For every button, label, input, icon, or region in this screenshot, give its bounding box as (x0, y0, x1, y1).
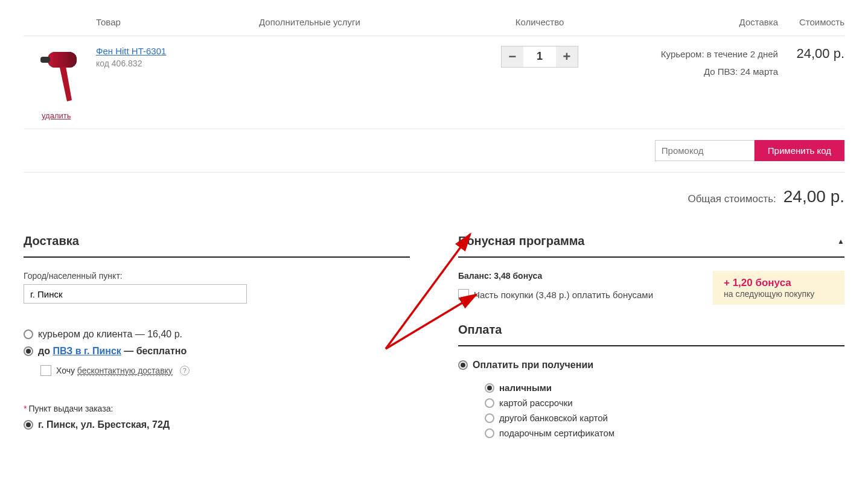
qty-value: 1 (523, 46, 556, 67)
item-price: 24,00 р. (778, 46, 844, 120)
city-input[interactable] (24, 284, 247, 304)
contactless-pre: Хочу (56, 366, 77, 375)
col-header-delivery: Доставка (621, 17, 778, 27)
radio-icon (24, 329, 33, 339)
pickup-point-value: г. Пинск, ул. Брестская, 72Д (38, 419, 170, 430)
delivery-opt-courier[interactable]: курьером до клиента — 16,40 р. (24, 329, 410, 340)
pay-on-receive-option[interactable]: Оплатить при получении (458, 360, 844, 371)
bonus-balance: Баланс: 3,48 бонуса (458, 271, 653, 281)
radio-icon (485, 398, 494, 408)
delivery-info-line1: Курьером: в течение 2 дней (621, 46, 778, 63)
pickup-label: *Пункт выдачи заказа: (24, 404, 410, 413)
radio-icon (485, 383, 494, 393)
remove-item-link[interactable]: удалить (42, 111, 71, 120)
pay-with-bonus-row[interactable]: Часть покупки (3,48 р.) оплатить бонусам… (458, 289, 653, 300)
product-name-link[interactable]: Фен Hitt HT-6301 (96, 46, 166, 56)
product-code: код 406.832 (96, 59, 259, 68)
pay-sub-installment-card[interactable]: картой рассрочки (485, 398, 844, 408)
contactless-link[interactable]: бесконтактную доставку (77, 366, 173, 376)
apply-promo-button[interactable]: Применить код (755, 140, 844, 161)
bonus-section-header[interactable]: Бонусная программа ▲ (458, 234, 844, 258)
pay-sub-label: картой рассрочки (499, 398, 573, 408)
cart-row: удалить Фен Hitt HT-6301 код 406.832 − 1… (24, 36, 844, 129)
opt-pvz-post: — бесплатно (121, 346, 187, 356)
radio-icon (458, 360, 468, 370)
pay-sub-label: подарочным сертификатом (499, 428, 614, 438)
help-icon[interactable]: ? (180, 366, 190, 375)
product-image[interactable] (34, 46, 89, 106)
col-header-qty: Количество (458, 17, 621, 27)
radio-icon (485, 428, 494, 438)
pickup-point-option[interactable]: г. Пинск, ул. Брестская, 72Д (24, 419, 410, 430)
radio-icon (485, 413, 494, 423)
cart-header-row: Товар Дополнительные услуги Количество Д… (24, 12, 844, 36)
delivery-info-line2: До ПВЗ: 24 марта (621, 63, 778, 81)
col-header-product: Товар (96, 17, 259, 27)
qty-minus-button[interactable]: − (502, 46, 523, 67)
bonus-gain-value: + 1,20 бонуса (724, 277, 834, 289)
pay-sub-gift-cert[interactable]: подарочным сертификатом (485, 428, 844, 438)
pay-on-receive-label: Оплатить при получении (473, 360, 593, 371)
svg-rect-1 (48, 52, 77, 68)
pay-sub-other-card[interactable]: другой банковской картой (485, 413, 844, 423)
delivery-section-title: Доставка (24, 234, 410, 258)
pvz-city-link[interactable]: ПВЗ в г. Пинск (53, 346, 121, 356)
opt-pvz-pre: до (38, 346, 53, 356)
pay-sub-label: другой банковской картой (499, 413, 608, 423)
bonus-gain-box: + 1,20 бонуса на следующую покупку (713, 271, 844, 305)
contactless-row[interactable]: Хочу бесконтактную доставку ? (40, 365, 410, 376)
pay-sub-cash[interactable]: наличными (485, 383, 844, 393)
city-label: Город/населенный пункт: (24, 271, 410, 281)
radio-icon (24, 420, 33, 430)
bonus-title: Бонусная программа (458, 234, 584, 248)
delivery-opt-pvz[interactable]: до ПВЗ в г. Пинск — бесплатно (24, 346, 410, 357)
radio-icon (24, 346, 33, 356)
promo-code-input[interactable] (655, 140, 755, 161)
checkbox-icon (40, 365, 51, 376)
pay-sub-label: наличными (499, 383, 552, 393)
payment-section-title: Оплата (458, 323, 844, 346)
checkbox-icon (458, 289, 469, 300)
total-label: Общая стоимость: (688, 193, 776, 205)
collapse-icon: ▲ (837, 237, 844, 246)
pay-with-bonus-label: Часть покупки (3,48 р.) оплатить бонусам… (474, 290, 653, 300)
col-header-cost: Стоимость (778, 17, 844, 27)
col-header-extra: Дополнительные услуги (259, 17, 458, 27)
opt-courier-label: курьером до клиента — 16,40 р. (38, 329, 182, 340)
total-value: 24,00 р. (783, 187, 844, 206)
bonus-gain-note: на следующую покупку (724, 289, 834, 299)
qty-plus-button[interactable]: + (556, 46, 578, 67)
quantity-stepper: − 1 + (501, 46, 578, 68)
svg-rect-2 (40, 57, 50, 63)
